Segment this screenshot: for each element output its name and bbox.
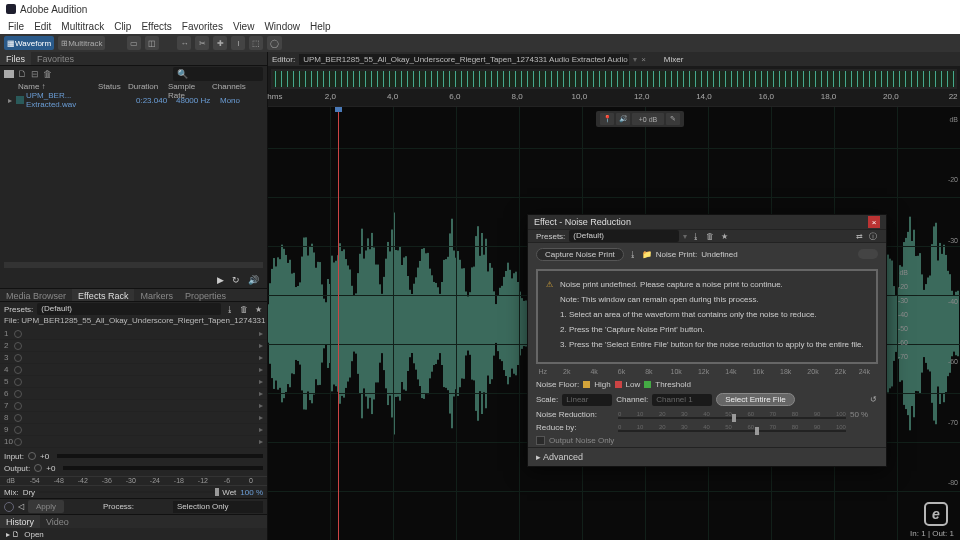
save-np-icon[interactable]: ⭳ [628,249,638,259]
expand-icon[interactable]: ▸ [8,96,16,105]
output-noise-only-checkbox[interactable] [536,436,545,445]
tool-lasso[interactable]: ◯ [267,36,282,50]
menu-edit[interactable]: Edit [29,21,56,32]
power-icon[interactable] [14,342,22,350]
menu-help[interactable]: Help [305,21,336,32]
power-icon[interactable] [14,414,22,422]
reset-icon[interactable]: ↺ [868,395,878,405]
tool-razor[interactable]: ✂ [195,36,209,50]
auto-play-icon[interactable]: 🔊 [248,275,259,285]
preview-icon[interactable]: ◁ [18,502,24,511]
tab-properties[interactable]: Properties [179,289,232,301]
swap-icon[interactable]: ⇄ [854,231,864,241]
select-entire-file-button[interactable]: Select Entire File [716,393,794,406]
mix-slider[interactable] [39,491,218,493]
tool-spectral[interactable]: ▭ [127,36,141,50]
power-icon[interactable] [14,354,22,362]
tool-time-select[interactable]: I [231,36,245,50]
menu-effects[interactable]: Effects [136,21,176,32]
delete-preset-icon[interactable]: 🗑 [239,304,249,314]
nr-value[interactable]: 50 % [850,410,878,419]
menu-clip[interactable]: Clip [109,21,136,32]
open-folder-icon[interactable] [4,70,14,78]
overview-waveform[interactable] [271,69,957,89]
tab-markers[interactable]: Markers [134,289,179,301]
wet-value[interactable]: 100 % [240,488,263,497]
close-icon[interactable]: × [868,216,880,228]
tab-files[interactable]: Files [0,52,31,65]
load-np-icon[interactable]: 📁 [642,249,652,259]
apply-button[interactable]: Apply [28,500,64,513]
hud-pin-icon[interactable]: 📍 [600,113,614,125]
hud-volume-icon[interactable]: 🔊 [616,113,630,125]
tool-move[interactable]: ↔ [177,36,191,50]
power-icon[interactable] [14,366,22,374]
tool-pan[interactable]: ◫ [145,36,159,50]
playhead-marker-icon[interactable] [335,106,342,112]
menu-favorites[interactable]: Favorites [177,21,228,32]
fx-slot[interactable]: 1▸ [0,328,267,340]
power-icon[interactable] [14,378,22,386]
time-ruler[interactable]: hms 2,04,06,08,010,012,014,016,018,020,0… [268,92,960,106]
editor-file-dropdown[interactable]: UPM_BER1285_55_All_Okay_Underscore_Riege… [299,54,629,65]
menu-multitrack[interactable]: Multitrack [56,21,109,32]
new-file-icon[interactable]: 🗋 [18,69,27,79]
tab-video[interactable]: Video [40,515,75,528]
file-row[interactable]: ▸ UPM_BER... Extracted.wav 0:23.040 4800… [0,94,267,106]
power-icon[interactable] [14,426,22,434]
save-preset-icon[interactable]: ⭳ [691,231,701,241]
fx-slot[interactable]: 8▸ [0,412,267,424]
input-knob[interactable] [28,452,36,460]
menu-window[interactable]: Window [259,21,305,32]
capture-noise-print-button[interactable]: Capture Noise Print [536,248,624,261]
power-toggle-icon[interactable] [4,502,14,512]
info-icon[interactable]: ⓘ [868,231,878,241]
power-icon[interactable] [14,402,22,410]
playhead[interactable] [338,107,339,540]
tool-marquee[interactable]: ⬚ [249,36,263,50]
toggle-graph[interactable] [858,249,878,259]
advanced-section[interactable]: ▸ Advanced [528,447,886,466]
play-icon[interactable]: ▶ [217,275,224,285]
trash-icon[interactable]: 🗑 [43,69,52,79]
favorite-icon[interactable]: ★ [719,231,729,241]
menu-file[interactable]: File [3,21,29,32]
col-samplerate[interactable]: Sample Rate [168,82,212,94]
reduce-by-slider[interactable] [618,430,846,432]
hud-edit-icon[interactable]: ✎ [666,113,680,125]
noise-reduction-slider[interactable] [618,417,846,419]
search-input[interactable]: 🔍 [173,67,263,81]
tab-effects-rack[interactable]: Effects Rack [72,289,134,301]
fx-slot[interactable]: 4▸ [0,364,267,376]
fx-slot[interactable]: 5▸ [0,376,267,388]
col-channels[interactable]: Channels [212,82,248,94]
channel-dropdown[interactable]: Channel 1 [652,394,712,406]
hud-gain-value[interactable]: +0 dB [632,113,664,125]
import-icon[interactable]: ⊟ [31,69,39,79]
modal-presets-dropdown[interactable]: (Default) [569,230,679,242]
output-knob[interactable] [34,464,42,472]
power-icon[interactable] [14,438,22,446]
process-dropdown[interactable]: Selection Only [173,501,263,513]
col-duration[interactable]: Duration [128,82,168,94]
fx-slot[interactable]: 6▸ [0,388,267,400]
tab-favorites[interactable]: Favorites [31,52,80,65]
menu-view[interactable]: View [228,21,260,32]
files-scrollbar[interactable] [4,262,263,268]
loop-icon[interactable]: ↻ [232,275,240,285]
power-icon[interactable] [14,330,22,338]
waveform-view-btn[interactable]: ▦ Waveform [4,36,54,50]
tab-history[interactable]: History [0,515,40,528]
fx-slot[interactable]: 10▸ [0,436,267,448]
tab-media-browser[interactable]: Media Browser [0,289,72,301]
favorite-preset-icon[interactable]: ★ [253,304,263,314]
close-file-icon[interactable]: × [641,55,646,64]
mixer-tab[interactable]: Mixer [664,55,684,64]
history-item[interactable]: ▸ 🗋 Open [0,528,267,540]
power-icon[interactable] [14,390,22,398]
fx-slot[interactable]: 2▸ [0,340,267,352]
scale-dropdown[interactable]: Linear [562,394,612,406]
save-preset-icon[interactable]: ⭳ [225,304,235,314]
presets-dropdown[interactable]: (Default) [37,303,221,315]
tool-heal[interactable]: ✚ [213,36,227,50]
